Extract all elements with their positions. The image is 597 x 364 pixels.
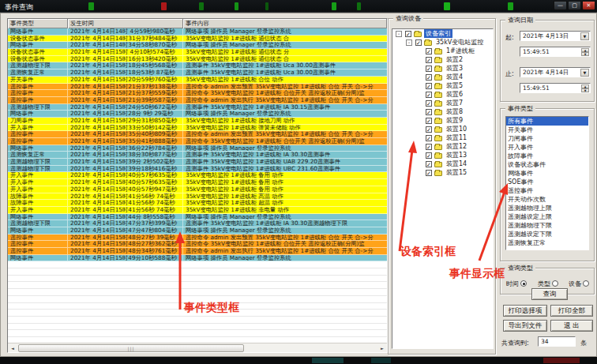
expand-toggle-icon[interactable]: - — [406, 39, 412, 46]
checkbox-icon[interactable]: ✓ — [426, 74, 432, 81]
table-row[interactable]: 设备状态事件2021年 4月14日15时 4分10秒574毫秒35kV变电站监控… — [8, 49, 387, 56]
table-row[interactable]: 开关事件2021年 4月14日15时20分59秒760毫秒35kV变电站监控 1… — [8, 77, 387, 84]
table-row[interactable]: 故障事件2021年 4月14日15时41分56秒 74毫秒35kV变电站监控 1… — [8, 193, 387, 201]
event-type-option[interactable]: SOE事件 — [506, 178, 588, 186]
scroll-right-icon[interactable]: ► — [377, 344, 387, 352]
exit-button[interactable]: 退 出 — [550, 320, 593, 332]
table-row[interactable]: 遥测越物理下限2021年 4月14日15时39分 2秒502毫秒遥测事件 35k… — [8, 159, 387, 166]
event-type-option[interactable]: 网络事件 — [506, 169, 588, 178]
event-type-option[interactable]: 故障事件 — [506, 152, 588, 160]
to-date-combo[interactable]: 2021年 4月14日 ▼ — [520, 67, 591, 77]
column-header-time[interactable]: 发生时间 — [68, 19, 183, 28]
table-row[interactable]: 刀闸事件2021年 4月14日15时29分31秒850毫秒35kV变电站监控 1… — [8, 118, 387, 125]
table-row[interactable]: 遥控事件2021年 4月14日15时35分41秒888毫秒遥控命令 35kV变电… — [8, 138, 387, 145]
table-row[interactable]: 网络事件2021年 4月14日14时 4分59秒980毫秒网络事项 操作员 Ma… — [8, 28, 387, 36]
checkbox-icon[interactable]: ✓ — [426, 92, 432, 98]
expand-toggle-icon[interactable]: - — [396, 31, 402, 37]
table-row[interactable]: 网络事件2021年 4月14日15时36分22秒784毫秒网络事项 操作员 Ma… — [8, 145, 387, 152]
maximize-button[interactable]: ▢ — [568, 1, 581, 10]
checkbox-icon[interactable]: ✓ — [426, 109, 432, 115]
minimize-button[interactable]: — — [554, 1, 567, 10]
column-header-content[interactable]: 事件内容 — [183, 19, 387, 28]
checkbox-icon[interactable]: ✓ — [426, 170, 432, 176]
event-type-option[interactable]: 开入事件 — [506, 143, 588, 152]
table-row[interactable]: 网络事件2021年 4月14日15时49分10秒588毫秒网络事项 操作员 Ma… — [8, 255, 387, 262]
table-row[interactable]: 遥测越物理下限2021年 4月14日15时39分18秒416毫秒遥测事件 35k… — [8, 166, 387, 173]
checkbox-icon[interactable]: ✓ — [426, 66, 432, 72]
spin-down-icon[interactable]: ▼ — [581, 88, 589, 92]
event-type-option[interactable]: 遥测越物理上限 — [506, 204, 588, 212]
checkbox-icon[interactable]: ✓ — [426, 118, 432, 124]
radio-device[interactable]: 设备 — [569, 280, 589, 288]
scrollbar-thumb[interactable]: ||| — [18, 344, 244, 352]
table-row[interactable]: 遥测恢复正常2021年 4月14日15时38分30秒877毫秒遥测事件 35kV… — [8, 152, 387, 159]
tree-item[interactable]: ✓装置2 — [392, 55, 493, 64]
table-row[interactable]: 遥测越物理下限2021年 4月14日15时47分37秒399毫秒遥测事件 35k… — [8, 220, 387, 227]
tree-item[interactable]: ✓装置14 — [392, 159, 493, 168]
tree-item[interactable]: ✓装置10 — [392, 125, 493, 133]
table-row[interactable]: 遥控事件2021年 4月14日15时21分39秒587毫秒遥控命令 admin … — [8, 97, 387, 104]
table-row[interactable]: 网络事件2021年 4月14日14时34分58秒870毫秒网络事项 操作员 Ma… — [8, 42, 387, 49]
tree-item[interactable]: ✓装置7 — [392, 99, 493, 107]
checkbox-icon[interactable]: ✓ — [426, 48, 432, 54]
table-row[interactable]: 网络事件2021年 4月14日15时28分 9秒 29毫秒网络事项 操作员 Ma… — [8, 111, 387, 118]
tree-item[interactable]: ✓装置15 — [392, 168, 493, 177]
column-header-event-type[interactable]: 事件类型 — [8, 19, 68, 28]
event-type-option[interactable]: 遥测越设定上限 — [506, 212, 588, 221]
event-type-option[interactable]: 开关动作次数 — [506, 195, 588, 204]
table-row[interactable]: 网络事件2021年 4月14日15时44分 8秒558毫秒网络事项 操作员 Ma… — [8, 214, 387, 221]
event-type-option[interactable]: 设备状态事件 — [506, 160, 588, 169]
table-row[interactable]: 遥测恢复正常2021年 4月14日15时18分53秒 87毫秒遥测事件 35kV… — [8, 69, 387, 77]
event-type-option[interactable]: 遥测越设定下限 — [506, 230, 588, 238]
table-row[interactable]: 开入事件2021年 4月14日15时40分57秒635毫秒35kV变电站监控 1… — [8, 172, 387, 179]
radio-time[interactable]: 时间 — [506, 280, 527, 288]
checkbox-icon[interactable]: ✓ — [426, 100, 432, 107]
checkbox-icon[interactable]: ✓ — [405, 31, 411, 37]
event-type-option[interactable]: 遥测越物理下限 — [506, 221, 588, 230]
horizontal-scrollbar[interactable]: ◄ ||| ► — [8, 343, 387, 352]
event-type-option[interactable]: 所有事件 — [506, 117, 588, 126]
tree-item[interactable]: ✓装置4 — [392, 73, 493, 81]
table-row[interactable]: 遥控事件2021年 4月14日15时21分37秒138毫秒遥控命令 admin … — [8, 84, 387, 91]
checkbox-icon[interactable]: ✓ — [426, 152, 432, 159]
query-button[interactable]: 查询 — [531, 288, 568, 300]
table-row[interactable]: 网络事件2021年 4月14日15时47分47秒804毫秒网络事项 操作员 Ma… — [8, 227, 387, 235]
tree-item[interactable]: ✓装置6 — [392, 90, 493, 99]
from-time-field[interactable]: 15:49:51 ▲ ▼ — [520, 47, 591, 57]
table-row[interactable]: 遥控事件2021年 4月14日15时48分27秒362毫秒遥控命令 35kV变电… — [8, 241, 387, 248]
table-row[interactable]: 开入事件2021年 4月14日15时33分50秒142毫秒35kV变电站监控 1… — [8, 125, 387, 132]
checkbox-icon[interactable]: ✓ — [426, 135, 432, 141]
tree-item[interactable]: -✓35kV变电站监控 — [392, 38, 493, 47]
tree-item[interactable]: ✓装置13 — [392, 151, 493, 159]
table-row[interactable]: 遥测越物理下限2021年 4月14日15时24分50秒672毫秒遥测事件 35k… — [8, 104, 387, 111]
table-row[interactable]: 设备状态事件2021年 4月14日15时16分13秒420毫秒35kV变电站监控… — [8, 56, 387, 63]
tree-item[interactable]: ✓装置8 — [392, 107, 493, 116]
radio-type[interactable]: 类型 — [538, 280, 558, 288]
print-selected-button[interactable]: 打印选择项 — [503, 305, 547, 317]
radio-icon[interactable] — [552, 280, 558, 287]
result-count-field[interactable]: 34 — [538, 336, 576, 347]
table-row[interactable]: 故障事件2021年 4月14日15时41分56秒 74毫秒35kV变电站监控 1… — [8, 200, 387, 207]
table-row[interactable]: 开入事件2021年 4月14日15时40分57秒635毫秒35kV变电站监控 1… — [8, 179, 387, 186]
table-row[interactable]: 遥测越物理下限2021年 4月14日15时18分45秒568毫秒遥测事件 35k… — [8, 62, 387, 69]
checkbox-icon[interactable]: ✓ — [415, 39, 422, 46]
from-time-spinner[interactable]: ▲ ▼ — [581, 48, 589, 56]
table-row[interactable]: 开入事件2021年 4月14日15时41分56秒 74毫秒35kV变电站监控 1… — [8, 207, 387, 214]
table-row[interactable]: 设备状态事件2021年 4月14日14时31分37秒484毫秒35kV变电站监控… — [8, 36, 387, 43]
tree-item[interactable]: ✓装置3 — [392, 64, 493, 73]
radio-selected-icon[interactable] — [520, 280, 527, 287]
radio-icon[interactable] — [583, 280, 589, 287]
event-type-option[interactable]: 遥控事件 — [506, 186, 588, 195]
table-row[interactable]: 开入事件2021年 4月14日15时40分57秒947毫秒35kV变电站监控 1… — [8, 186, 387, 193]
event-type-option[interactable]: 刀闸事件 — [506, 134, 588, 143]
checkbox-icon[interactable]: ✓ — [426, 83, 432, 89]
checkbox-icon[interactable]: ✓ — [426, 57, 432, 63]
event-type-option[interactable]: 开关事件 — [506, 126, 588, 134]
from-date-combo[interactable]: 2021年 4月13日 ▼ — [520, 31, 591, 41]
print-all-button[interactable]: 打印全部 — [550, 305, 593, 317]
tree-item[interactable]: ✓装置9 — [392, 116, 493, 125]
chevron-down-icon[interactable]: ▼ — [580, 69, 589, 77]
close-button[interactable]: ✕ — [582, 1, 595, 10]
table-row[interactable]: 遥控事件2021年 4月14日15时48分27秒 39毫秒遥控命令 admin … — [8, 235, 387, 242]
chevron-down-icon[interactable]: ▼ — [580, 32, 589, 40]
